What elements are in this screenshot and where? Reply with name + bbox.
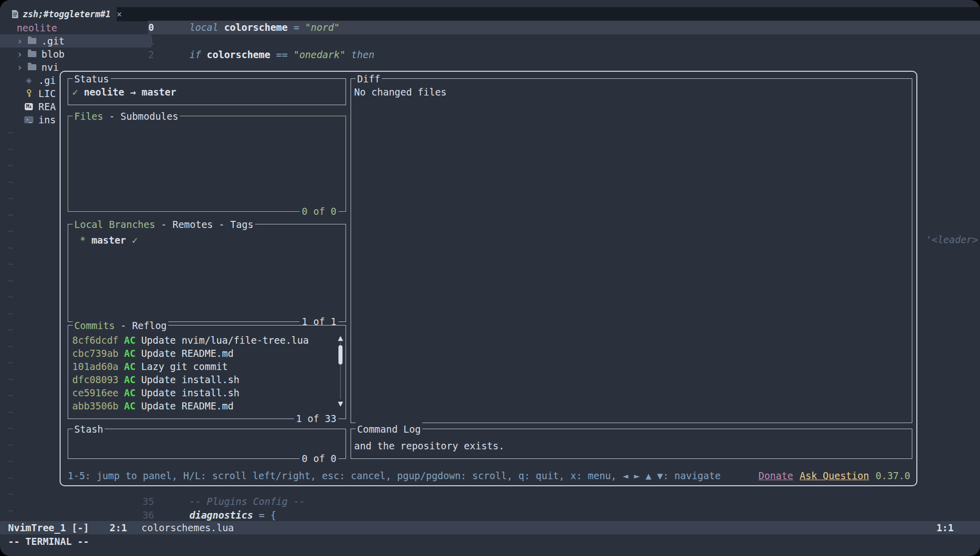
statusline-buffer-name: NvimTree_1 [-] [8, 521, 89, 534]
lazygit-files-panel[interactable]: Files - Submodules 0 of 0 [68, 116, 346, 212]
folder-icon [27, 51, 37, 57]
statusline-cursor-position: 1:1 [937, 521, 954, 534]
chevron-right-icon[interactable]: › [17, 48, 24, 61]
diff-panel-title: Diff [357, 73, 380, 84]
tab-close-icon[interactable]: × [117, 9, 122, 19]
lazygit-command-log-panel[interactable]: Command Log and the repository exists. [351, 429, 912, 459]
commit-row[interactable]: cbc739abACUpdate README.md [72, 347, 332, 360]
lazygit-branches-panel[interactable]: Local Branches - Remotes - Tags * master… [68, 224, 346, 322]
scroll-down-icon[interactable]: ▼ [337, 400, 344, 407]
shell-script-icon: ›_ [24, 116, 34, 123]
branches-panel-title: Local Branches [74, 219, 155, 230]
commit-row[interactable]: abb3506bACUpdate README.md [72, 399, 332, 412]
ask-question-link[interactable]: Ask Question [800, 469, 869, 482]
commit-row[interactable]: ce5916eeACUpdate install.sh [72, 386, 332, 399]
gitignore-icon: ◈ [24, 76, 34, 85]
license-key-icon [24, 89, 34, 98]
tab-title: zsh;#toggleterm#1 [23, 9, 111, 19]
leader-hint-text: '<leader> [926, 233, 978, 247]
line-number: 35 [116, 495, 154, 508]
lazygit-status-panel[interactable]: Status ✓ neolite → master [68, 78, 346, 105]
lazygit-diff-panel[interactable]: Diff No changed files [351, 78, 912, 423]
tree-item-blob[interactable]: › blob [0, 48, 152, 61]
keybindings-help-text: 1-5: jump to panel, H/L: scroll left/rig… [68, 469, 721, 482]
scroll-up-icon[interactable]: ▲ [337, 334, 344, 342]
commit-row[interactable]: dfc08093ACUpdate install.sh [72, 373, 332, 386]
status-panel-title: Status [74, 73, 109, 84]
version-label: 0.37.0 [875, 469, 910, 482]
lazygit-stash-panel[interactable]: Stash 0 of 0 [68, 429, 346, 459]
check-icon: ✓ [72, 86, 78, 98]
repo-branch-text: neolite → master [84, 86, 176, 98]
commits-panel-title: Commits [74, 320, 115, 331]
statusline: NvimTree_1 [-] 2:1 colorschemes.lua 1:1 [0, 521, 980, 534]
folder-icon [27, 64, 37, 70]
code-line-36[interactable]: 36 diagnostics = { [0, 508, 980, 522]
code-line-35[interactable]: 35 -- Plugins Config -- [0, 495, 980, 508]
markdown-icon: M↓ [24, 103, 34, 110]
stash-panel-title: Stash [74, 424, 103, 435]
chevron-right-icon[interactable]: › [17, 34, 24, 48]
chevron-right-icon[interactable]: › [17, 61, 24, 74]
branch-row[interactable]: * master ✓ [80, 234, 341, 247]
line-number: 36 [116, 508, 154, 522]
lazygit-float-window: Status ✓ neolite → master Files - Submod… [60, 71, 917, 486]
command-log-title: Command Log [357, 424, 421, 435]
files-panel-title: Files [74, 111, 103, 122]
folder-icon [27, 38, 37, 44]
files-counter: 0 of 0 [300, 205, 338, 218]
commit-row[interactable]: 101ad60aACLazy git commit [72, 360, 332, 373]
tab-toggleterm[interactable]: zsh;#toggleterm#1 × [0, 7, 117, 21]
stash-counter: 0 of 0 [300, 452, 338, 465]
lazygit-commits-panel[interactable]: Commits - Reflog 8cf6dcdfACUpdate nvim/l… [68, 325, 346, 419]
scrollbar-thumb[interactable] [338, 345, 342, 364]
empty-line-markers: ~ ~ ~ ~ ~ ~ ~ ~ ~ ~ ~ ~ ~ ~ ~ ~ ~ ~ ~ ~ … [8, 124, 13, 519]
statusline-tree-position: 2:1 [110, 521, 127, 534]
mode-indicator: -- TERMINAL -- [8, 535, 89, 548]
donate-link[interactable]: Donate [758, 469, 793, 482]
file-icon [12, 10, 19, 19]
commit-row[interactable]: 8cf6dcdfACUpdate nvim/lua/file-tree.lua [72, 334, 332, 347]
statusline-filename: colorschemes.lua [141, 521, 234, 534]
lazygit-keybar: 1-5: jump to panel, H/L: scroll left/rig… [68, 469, 910, 482]
diff-content: No changed files [354, 85, 908, 99]
tree-item-git[interactable]: › .git [0, 34, 152, 48]
neovim-window: zsh;#toggleterm#1 × neolite › .git › blo… [0, 0, 980, 556]
command-log-content: and the repository exists. [354, 439, 908, 452]
tree-root-folder[interactable]: neolite [0, 21, 152, 34]
tabline: zsh;#toggleterm#1 × [0, 7, 980, 21]
commits-scrollbar[interactable]: ▲ ▼ [337, 334, 344, 407]
check-icon: ✓ [132, 235, 137, 246]
commits-counter: 1 of 33 [294, 412, 338, 425]
